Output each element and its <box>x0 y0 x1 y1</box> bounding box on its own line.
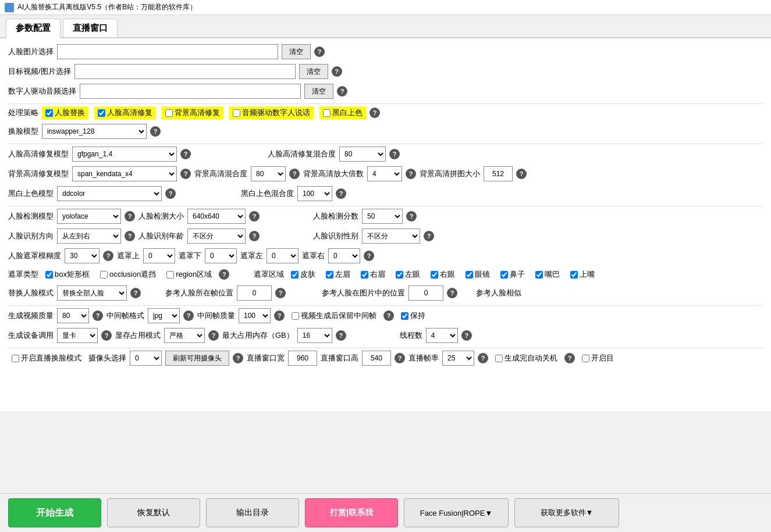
auto-close-label[interactable]: 生成完自动关机 <box>492 352 561 365</box>
strategy-bg-hd-checkbox[interactable] <box>165 109 173 117</box>
face-age-select[interactable]: 不区分 <box>187 228 246 244</box>
face-detect-score-select[interactable]: 50 <box>362 209 403 224</box>
tab-stream[interactable]: 直播窗口 <box>63 19 118 37</box>
enable-checkbox[interactable] <box>582 355 589 362</box>
mid-frame-quality-select[interactable]: 100 <box>239 308 271 323</box>
strategy-face-replace-checkbox[interactable] <box>45 109 53 117</box>
max-memory-help-icon[interactable]: ? <box>336 330 346 341</box>
ref-frame-pos-help-icon[interactable]: ? <box>275 288 286 298</box>
bw-color-model-select[interactable]: ddcolor <box>57 186 162 201</box>
face-hd-model-help-icon[interactable]: ? <box>180 149 191 159</box>
target-video-input[interactable] <box>74 64 296 79</box>
bg-hd-scale-help-icon[interactable]: ? <box>406 169 416 179</box>
face-detect-size-select[interactable]: 640x640 <box>187 209 246 224</box>
mid-frame-quality-help-icon[interactable]: ? <box>274 310 285 321</box>
device-help-icon[interactable]: ? <box>101 330 112 341</box>
mask-type-occlusion-checkbox[interactable] <box>100 271 108 279</box>
face-hd-model-select[interactable]: gfpgan_1.4 <box>72 147 177 162</box>
mask-type-occlusion[interactable]: occlusion遮挡 <box>97 268 159 281</box>
face-hd-blend-select[interactable]: 80 <box>339 147 386 162</box>
camera-select[interactable]: 0 <box>130 351 162 366</box>
auto-close-help-icon[interactable]: ? <box>564 353 575 363</box>
bg-hd-scale-select[interactable]: 4 <box>367 166 402 181</box>
auto-close-checkbox[interactable] <box>495 355 503 362</box>
face-image-input[interactable] <box>57 44 278 59</box>
bw-color-blend-help-icon[interactable]: ? <box>336 188 346 199</box>
output-button[interactable]: 输出目录 <box>206 498 299 527</box>
mask-region-upper[interactable]: 上嘴 <box>567 268 598 281</box>
video-quality-help-icon[interactable]: ? <box>93 310 103 321</box>
reset-button[interactable]: 恢复默认 <box>107 498 200 527</box>
live-width-input[interactable] <box>288 351 317 366</box>
mid-frame-format-select[interactable]: jpg <box>148 308 180 323</box>
face-gender-help-icon[interactable]: ? <box>424 231 434 241</box>
mask-region-glasses[interactable]: 眼镜 <box>462 268 493 281</box>
strategy-face-hd[interactable]: 人脸高清修复 <box>94 106 156 119</box>
mask-region-glasses-checkbox[interactable] <box>466 271 473 279</box>
face-direction-select[interactable]: 从左到右 <box>57 228 121 244</box>
face-fusion-button[interactable]: Face Fusion|ROPE▼ <box>404 498 509 527</box>
mask-region-mouth-checkbox[interactable] <box>535 271 543 279</box>
face-detect-model-select[interactable]: yoloface <box>57 209 121 224</box>
swap-model-select[interactable]: inswapper_128 <box>42 124 147 139</box>
bg-hd-model-select[interactable]: span_kendata_x4 <box>72 166 177 181</box>
mid-frame-format-help-icon[interactable]: ? <box>183 310 194 321</box>
target-video-clear-button[interactable]: 清空 <box>299 64 328 79</box>
bw-color-model-help-icon[interactable]: ? <box>165 188 176 199</box>
live-height-input[interactable] <box>362 351 391 366</box>
strategy-audio-drive-checkbox[interactable] <box>233 109 240 117</box>
ref-frame-pos-input[interactable] <box>237 285 272 301</box>
swap-model-help-icon[interactable]: ? <box>150 126 161 137</box>
mask-type-region-checkbox[interactable] <box>166 271 174 279</box>
strategy-bw-color-checkbox[interactable] <box>323 109 331 117</box>
strategy-audio-drive[interactable]: 音频驱动数字人说话 <box>229 106 314 119</box>
face-age-help-icon[interactable]: ? <box>249 231 260 241</box>
mask-region-left-eyebrow[interactable]: 左眉 <box>322 268 354 281</box>
thread-count-select[interactable]: 4 <box>426 328 458 343</box>
strategy-bw-color[interactable]: 黑白上色 <box>319 106 366 119</box>
mask-region-mouth[interactable]: 嘴巴 <box>532 268 563 281</box>
mask-region-nose[interactable]: 鼻子 <box>497 268 528 281</box>
mask-type-box[interactable]: box矩形框 <box>42 268 93 281</box>
bw-color-blend-select[interactable]: 100 <box>297 186 332 201</box>
mask-bottom-select[interactable]: 0 <box>205 248 237 263</box>
bg-hd-blend-select[interactable]: 80 <box>251 166 286 181</box>
video-quality-select[interactable]: 80 <box>57 308 89 323</box>
strategy-help-icon[interactable]: ? <box>369 108 380 118</box>
strategy-bg-hd[interactable]: 背景高清修复 <box>162 106 223 119</box>
bg-hd-blend-help-icon[interactable]: ? <box>289 169 300 179</box>
bg-hd-tile-help-icon[interactable]: ? <box>516 169 527 179</box>
face-hd-blend-help-icon[interactable]: ? <box>389 149 400 159</box>
face-mask-blur-help-icon[interactable]: ? <box>103 251 113 261</box>
face-image-clear-button[interactable]: 清空 <box>282 44 311 59</box>
enable-live-checkbox[interactable] <box>12 355 19 362</box>
refresh-camera-button[interactable]: 刷新可用摄像头 <box>165 351 229 366</box>
face-direction-help-icon[interactable]: ? <box>125 231 135 241</box>
keep-checkbox[interactable] <box>401 312 408 320</box>
max-memory-select[interactable]: 16 <box>297 328 332 343</box>
mask-region-right-eye-checkbox[interactable] <box>431 271 438 279</box>
replace-mode-select[interactable]: 替换全部人脸 <box>57 285 127 301</box>
audio-help-icon[interactable]: ? <box>337 86 347 97</box>
audio-clear-button[interactable]: 清空 <box>304 84 333 99</box>
mask-region-right-eye[interactable]: 右眼 <box>427 268 459 281</box>
mask-region-left-eyebrow-checkbox[interactable] <box>326 271 333 279</box>
tab-params[interactable]: 参数配置 <box>6 19 61 38</box>
strategy-face-replace[interactable]: 人脸替换 <box>42 106 88 119</box>
more-button[interactable]: 获取更多软件▼ <box>514 498 619 527</box>
live-size-help-icon[interactable]: ? <box>395 353 405 363</box>
mask-region-right-eyebrow-checkbox[interactable] <box>361 271 368 279</box>
start-button[interactable]: 开始生成 <box>8 498 101 527</box>
mask-region-nose-checkbox[interactable] <box>500 271 508 279</box>
mask-type-box-checkbox[interactable] <box>45 271 53 279</box>
mask-region-skin-checkbox[interactable] <box>291 271 299 279</box>
face-gender-select[interactable]: 不区分 <box>362 228 420 244</box>
face-detect-size-help-icon[interactable]: ? <box>249 211 260 222</box>
live-fps-help-icon[interactable]: ? <box>478 353 488 363</box>
strategy-face-hd-checkbox[interactable] <box>98 109 105 117</box>
ref-img-pos-input[interactable] <box>408 285 443 301</box>
display-mode-select[interactable]: 严格 <box>164 328 205 343</box>
enable-live-label[interactable]: 开启直播换脸模式 <box>8 352 85 365</box>
face-detect-score-help-icon[interactable]: ? <box>406 211 417 222</box>
bg-hd-tile-input[interactable] <box>484 166 513 181</box>
